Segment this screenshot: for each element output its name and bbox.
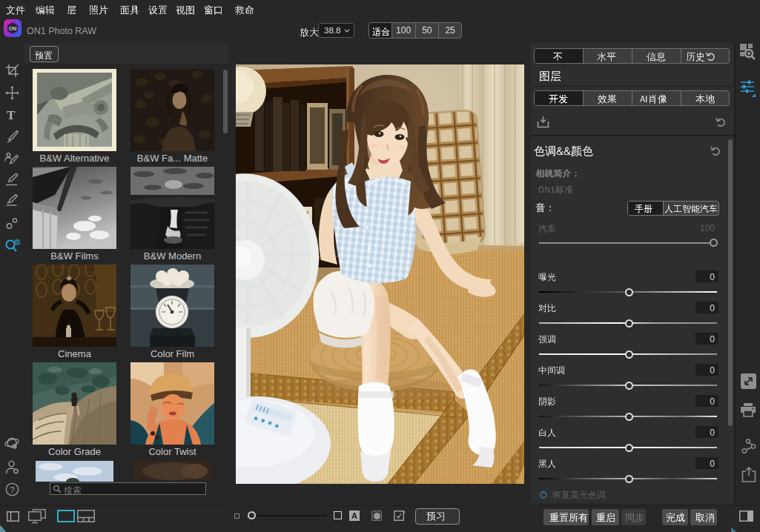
svg-text:?: ? <box>10 485 14 494</box>
svg-text:ON: ON <box>9 26 17 31</box>
